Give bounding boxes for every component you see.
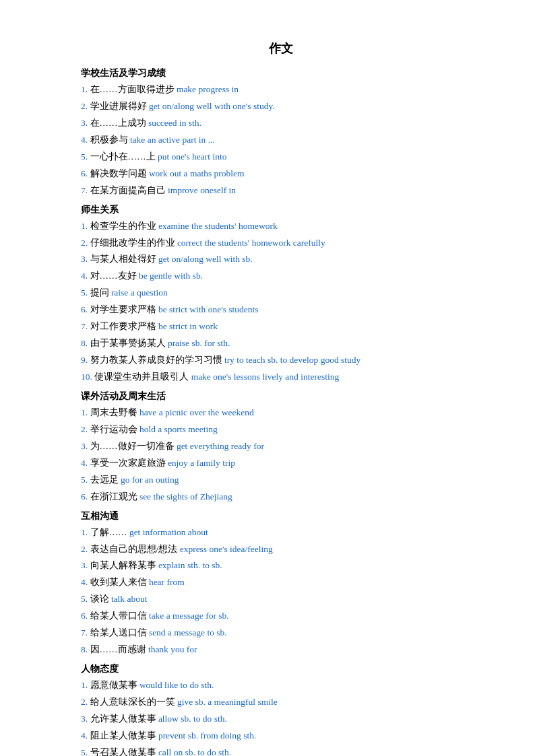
item-english: enjoy a family trip — [168, 458, 235, 468]
item-number: 5. — [81, 287, 90, 298]
item-number: 5. — [81, 475, 90, 485]
list-item: 4. 阻止某人做某事 prevent sb. from doing sth. — [81, 728, 481, 744]
item-english: call on sb. to do sth. — [158, 747, 231, 756]
item-number: 6. — [81, 491, 90, 502]
list-item: 6. 解决数学问题 work out a maths problem — [81, 166, 481, 182]
item-english: be strict with one's students — [158, 304, 259, 314]
item-number: 3. — [81, 560, 90, 570]
item-english: make one's lessons lively and interestin… — [191, 372, 340, 382]
list-item: 4. 收到某人来信 hear from — [81, 575, 481, 590]
item-number: 8. — [81, 644, 90, 654]
item-english: succeed in sth. — [148, 118, 201, 128]
item-number: 2. — [81, 101, 90, 111]
item-chinese: 积极参与 — [90, 135, 130, 145]
item-number: 1. — [81, 221, 90, 231]
list-item: 3. 向某人解释某事 explain sth. to sb. — [81, 558, 481, 574]
item-chinese: 给某人送口信 — [90, 627, 149, 638]
item-chinese: 愿意做某事 — [90, 680, 139, 690]
item-number: 10. — [81, 372, 94, 382]
list-item: 5. 号召某人做某事 call on sb. to do sth. — [81, 745, 481, 756]
item-number: 6. — [81, 611, 90, 621]
item-number: 6. — [81, 168, 90, 178]
item-english: take an active part in ... — [130, 135, 215, 145]
list-item: 3. 为……做好一切准备 get everything ready for — [81, 439, 481, 454]
item-chinese: 在……方面取得进步 — [90, 84, 177, 94]
item-chinese: 提问 — [90, 287, 111, 298]
item-chinese: 表达自己的思想/想法 — [90, 544, 180, 554]
item-chinese: 为……做好一切准备 — [90, 441, 177, 451]
item-chinese: 努力教某人养成良好的学习习惯 — [90, 355, 224, 365]
item-chinese: 对……友好 — [90, 271, 139, 281]
list-item: 6. 在浙江观光 see the sights of Zhejiang — [81, 489, 481, 505]
list-item: 3. 在……上成功 succeed in sth. — [81, 116, 481, 131]
item-number: 8. — [81, 338, 90, 348]
item-chinese: 给人意味深长的一笑 — [90, 697, 177, 707]
item-chinese: 由于某事赞扬某人 — [90, 338, 168, 348]
item-english: be strict in work — [158, 321, 218, 331]
item-english: hold a sports meeting — [139, 424, 218, 434]
item-number: 2. — [81, 424, 90, 434]
item-chinese: 号召某人做某事 — [90, 747, 158, 756]
item-number: 7. — [81, 321, 90, 331]
item-english: get everything ready for — [177, 441, 264, 451]
list-item: 2. 仔细批改学生的作业 correct the students' homew… — [81, 236, 481, 251]
section-title-0: 学校生活及学习成绩 — [81, 67, 481, 79]
list-item: 4. 积极参与 take an active part in ... — [81, 133, 481, 148]
list-item: 3. 允许某人做某事 allow sb. to do sth. — [81, 712, 481, 727]
item-english: explain sth. to sb. — [158, 560, 222, 570]
item-chinese: 周末去野餐 — [90, 407, 139, 417]
item-english: go for an outing — [121, 475, 179, 485]
item-number: 1. — [81, 680, 90, 690]
section-title-4: 人物态度 — [81, 663, 481, 675]
item-number: 3. — [81, 714, 90, 724]
item-chinese: 去远足 — [90, 475, 121, 485]
item-number: 5. — [81, 594, 90, 604]
item-number: 4. — [81, 458, 90, 468]
item-english: take a message for sb. — [149, 611, 229, 621]
item-english: raise a question — [111, 287, 168, 298]
list-item: 2. 学业进展得好 get on/along well with one's s… — [81, 99, 481, 114]
item-number: 3. — [81, 441, 90, 451]
item-english: try to teach sb. to develop good study — [224, 355, 360, 365]
list-item: 8. 因……而感谢 thank you for — [81, 642, 481, 658]
item-english: improve oneself in — [168, 185, 236, 195]
item-chinese: 使课堂生动并且吸引人 — [94, 372, 191, 382]
item-chinese: 在……上成功 — [90, 118, 148, 128]
list-item: 1. 了解…… get information about — [81, 525, 481, 541]
item-number: 7. — [81, 627, 90, 638]
item-english: put one's heart into — [158, 151, 227, 162]
list-item: 7. 在某方面提高自己 improve oneself in — [81, 183, 481, 199]
list-item: 10. 使课堂生动并且吸引人 make one's lessons lively… — [81, 370, 481, 385]
section-title-2: 课外活动及周末生活 — [81, 390, 481, 403]
item-chinese: 在浙江观光 — [90, 491, 139, 502]
list-item: 6. 对学生要求严格 be strict with one's students — [81, 302, 481, 318]
item-english: make progress in — [177, 84, 239, 94]
item-number: 4. — [81, 135, 90, 145]
item-number: 4. — [81, 577, 90, 587]
item-number: 1. — [81, 407, 90, 417]
list-item: 9. 努力教某人养成良好的学习习惯 try to teach sb. to de… — [81, 353, 481, 368]
item-english: examine the students' homework — [158, 221, 278, 231]
list-item: 5. 谈论 talk about — [81, 592, 481, 607]
list-item: 5. 去远足 go for an outing — [81, 473, 481, 488]
item-number: 7. — [81, 185, 90, 195]
item-number: 9. — [81, 355, 90, 365]
item-chinese: 允许某人做某事 — [90, 714, 158, 724]
list-item: 2. 举行运动会 hold a sports meeting — [81, 422, 481, 438]
section-title-3: 互相沟通 — [81, 510, 481, 522]
list-item: 4. 享受一次家庭旅游 enjoy a family trip — [81, 456, 481, 471]
item-english: allow sb. to do sth. — [158, 714, 227, 724]
item-number: 3. — [81, 118, 90, 128]
list-item: 7. 给某人送口信 send a message to sb. — [81, 625, 481, 641]
item-number: 2. — [81, 697, 90, 707]
item-english: give sb. a meaningful smile — [177, 697, 278, 707]
list-item: 3. 与某人相处得好 get on/along well with sb. — [81, 252, 481, 267]
item-chinese: 了解…… — [90, 527, 129, 537]
item-english: be gentle with sb. — [139, 271, 203, 281]
item-number: 4. — [81, 271, 90, 281]
item-chinese: 对学生要求严格 — [90, 304, 158, 314]
item-number: 4. — [81, 730, 90, 741]
item-english: work out a maths problem — [149, 168, 245, 178]
page-title: 作文 — [81, 40, 481, 57]
item-chinese: 学业进展得好 — [90, 101, 149, 111]
